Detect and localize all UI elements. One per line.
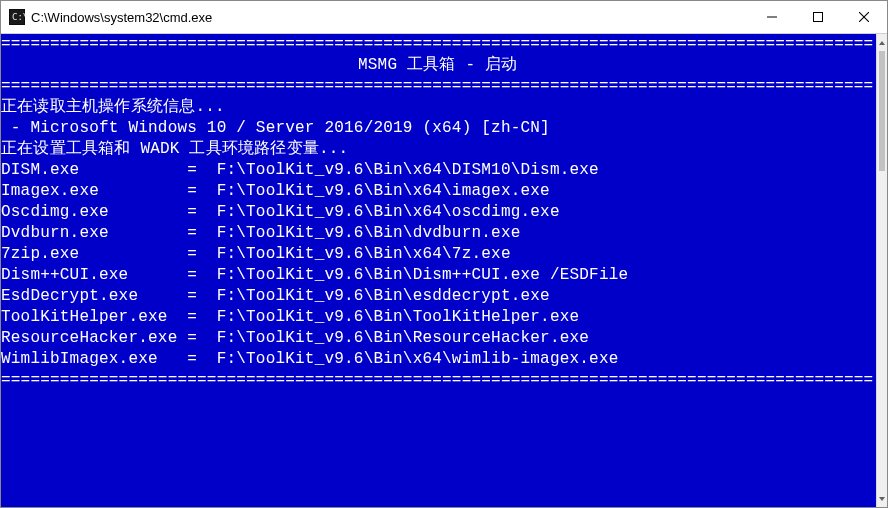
maximize-icon <box>813 12 823 22</box>
terminal-output[interactable]: ========================================… <box>1 34 876 507</box>
scroll-down-arrow-icon[interactable] <box>877 490 887 507</box>
tool-line: Imagex.exe = F:\ToolKit_v9.6\Bin\x64\ima… <box>1 181 874 202</box>
tool-line: ResourceHacker.exe = F:\ToolKit_v9.6\Bin… <box>1 328 874 349</box>
maximize-button[interactable] <box>795 1 841 33</box>
svg-marker-8 <box>879 497 885 501</box>
svg-rect-4 <box>814 13 823 22</box>
tool-line: Dism++CUI.exe = F:\ToolKit_v9.6\Bin\Dism… <box>1 265 874 286</box>
tool-line: DISM.exe = F:\ToolKit_v9.6\Bin\x64\DISM1… <box>1 160 874 181</box>
banner-title: MSMG 工具箱 - 启动 <box>1 55 874 76</box>
host-os-line: - Microsoft Windows 10 / Server 2016/201… <box>1 118 874 139</box>
close-button[interactable] <box>841 1 887 33</box>
footer-rule: ========================================… <box>1 370 874 391</box>
client-area: ========================================… <box>1 34 887 507</box>
svg-text:C:\: C:\ <box>12 12 25 22</box>
tool-line: Oscdimg.exe = F:\ToolKit_v9.6\Bin\x64\os… <box>1 202 874 223</box>
vertical-scrollbar[interactable] <box>876 34 887 507</box>
title-bar[interactable]: C:\ C:\Windows\system32\cmd.exe <box>1 1 887 34</box>
tool-line: WimlibImagex.exe = F:\ToolKit_v9.6\Bin\x… <box>1 349 874 370</box>
tool-line: 7zip.exe = F:\ToolKit_v9.6\Bin\x64\7z.ex… <box>1 244 874 265</box>
window-title: C:\Windows\system32\cmd.exe <box>31 10 212 25</box>
tool-line: ToolKitHelper.exe = F:\ToolKit_v9.6\Bin\… <box>1 307 874 328</box>
scroll-up-arrow-icon[interactable] <box>877 34 887 51</box>
tool-line: Dvdburn.exe = F:\ToolKit_v9.6\Bin\dvdbur… <box>1 223 874 244</box>
cmd-icon: C:\ <box>9 9 25 25</box>
tool-line: EsdDecrypt.exe = F:\ToolKit_v9.6\Bin\esd… <box>1 286 874 307</box>
scroll-thumb[interactable] <box>879 51 885 171</box>
minimize-button[interactable] <box>749 1 795 33</box>
svg-rect-3 <box>767 17 777 18</box>
app-window: C:\ C:\Windows\system32\cmd.exe ========… <box>0 0 888 508</box>
svg-marker-7 <box>879 41 885 45</box>
close-icon <box>859 12 869 22</box>
minimize-icon <box>767 12 777 22</box>
banner-rule-bottom: ========================================… <box>1 76 874 97</box>
status-reading-host: 正在读取主机操作系统信息... <box>1 97 874 118</box>
scroll-track[interactable] <box>877 51 887 490</box>
status-setting-env: 正在设置工具箱和 WADK 工具环境路径变量... <box>1 139 874 160</box>
banner-rule-top: ========================================… <box>1 34 874 55</box>
